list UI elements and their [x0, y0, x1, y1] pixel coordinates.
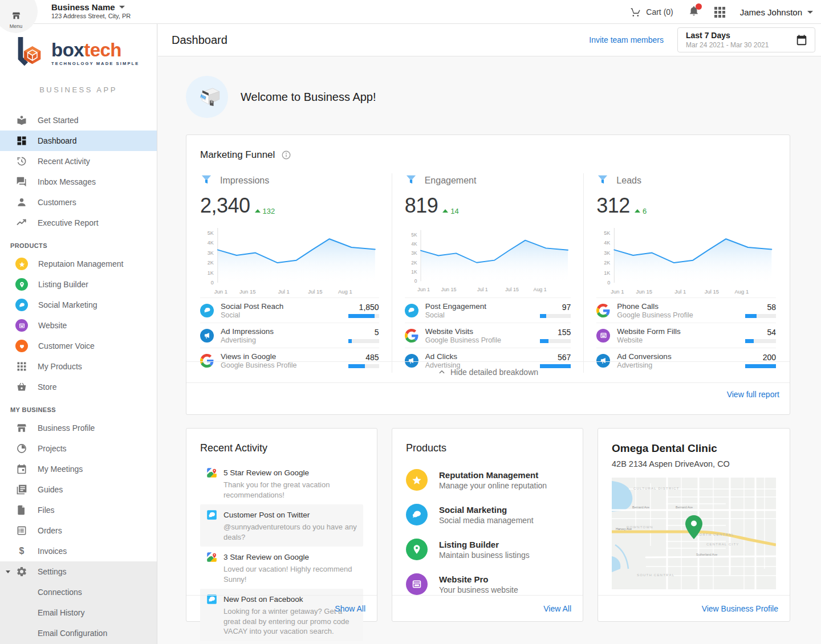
activity-title: 3 Star Review on Google [223, 553, 309, 561]
sidebar-item-website[interactable]: Website [0, 315, 157, 336]
products-card: Products Reputation Management Manage yo… [392, 428, 583, 622]
business-title: Omega Dental Clinic [612, 442, 776, 455]
sidebar-item-label: Store [38, 382, 56, 392]
arrow-up-icon [442, 209, 448, 213]
sidebar-subitem-email-history[interactable]: Email History [0, 602, 157, 623]
activity-item-5-star-review-on-google[interactable]: 5 Star Review on Google Thank you for th… [200, 462, 363, 504]
sidebar-item-store[interactable]: Store [0, 377, 157, 397]
metric-row-phone-calls[interactable]: Phone Calls Google Business Profile 58 [596, 297, 776, 323]
view-all-link[interactable]: View All [543, 604, 571, 613]
show-all-link[interactable]: Show All [335, 604, 365, 613]
info-icon[interactable] [281, 150, 291, 160]
svg-text:2K: 2K [411, 260, 417, 266]
metric-row-website-visits[interactable]: Website Visits Google Business Profile 1… [405, 323, 571, 348]
sidebar-item-reputaion-management[interactable]: Reputaion Management [0, 254, 157, 274]
storefront-icon [16, 422, 27, 434]
pie-icon [16, 443, 27, 454]
product-title: Listing Builder [439, 540, 530, 549]
business-map[interactable]: CULTURAL DISTRICT DOWNTOWN NORTH CENTRAL… [612, 478, 776, 589]
map-street-label: Bernard Ave [632, 506, 649, 509]
funnel-column-label: Engagement [425, 176, 477, 186]
metric-value: 58 [741, 303, 776, 312]
sidebar: boxtech TECHNOLOGY MADE SIMPLE BUSINESS … [0, 24, 157, 644]
business-selector[interactable]: Business Name 123 Address Street, City, … [51, 2, 131, 19]
chevron-up-icon [438, 368, 446, 376]
metric-bar [348, 339, 379, 343]
notifications-button[interactable] [688, 5, 700, 19]
sidebar-item-business-profile[interactable]: Business Profile [0, 418, 157, 438]
sidebar-item-customer-voice[interactable]: Customer Voice [0, 336, 157, 356]
product-subtitle: Maintain business listings [439, 551, 530, 560]
funnel-title: Marketing Funnel [200, 149, 275, 161]
svg-text:Jul 1: Jul 1 [278, 288, 290, 295]
sidebar-item-customers[interactable]: Customers [0, 192, 157, 213]
sidebar-item-label: Executive Report [38, 218, 99, 227]
sidebar-item-invoices[interactable]: $Invoices [0, 541, 157, 561]
svg-text:Jun 1: Jun 1 [611, 288, 624, 295]
hide-breakdown-toggle[interactable]: Hide detailed breakdown [186, 361, 790, 382]
metric-bar [745, 314, 776, 318]
sidebar-item-orders[interactable]: Orders [0, 520, 157, 541]
metric-value: 97 [535, 303, 571, 312]
sidebar-subitem-connections[interactable]: Connections [0, 582, 157, 602]
sidebar-item-my-meetings[interactable]: My Meetings [0, 459, 157, 479]
funnel-icon [200, 173, 213, 188]
metric-bar [540, 314, 571, 318]
metric-row-post-engagement[interactable]: Post Engagement Social 97 [405, 297, 571, 323]
user-menu[interactable]: James Johnston [740, 7, 813, 17]
activity-item-3-star-review-on-google[interactable]: 3 Star Review on Google Loved our vacati… [200, 547, 363, 589]
funnel-column-label: Impressions [220, 176, 269, 186]
sidebar-item-get-started[interactable]: Get Started [0, 110, 157, 131]
cart-button[interactable]: Cart (0) [630, 6, 673, 18]
calendar-icon [795, 34, 808, 46]
funnel-column-delta: 14 [442, 207, 458, 215]
metric-value: 54 [741, 328, 776, 337]
metric-row-website-form-fills[interactable]: Website Form Fills Website 54 [596, 323, 776, 348]
svg-text:Jun 15: Jun 15 [636, 288, 653, 295]
svg-text:5K: 5K [411, 232, 417, 238]
chevron-down-icon [6, 570, 10, 573]
invite-team-members-link[interactable]: Invite team members [589, 35, 664, 44]
map-label: SOUTH CENTRAL [637, 573, 674, 577]
sidebar-item-executive-report[interactable]: Executive Report [0, 213, 157, 233]
product-item-website-pro[interactable]: Website Pro Your business website [406, 573, 569, 595]
date-range-picker[interactable]: Last 7 Days Mar 24 2021 - Mar 30 2021 [677, 27, 815, 52]
metric-row-ad-impressions[interactable]: Ad Impressions Advertising 5 [200, 323, 379, 348]
funnel-trend-chart: 01K2K3K4K5K Jun 1Jun 15Jul 1Jul 15Aug 1 [405, 222, 571, 297]
pin-circle-icon [406, 539, 428, 560]
sidebar-item-label: Dashboard [38, 136, 77, 145]
metric-row-social-post-reach[interactable]: Social Post Reach Social 1,850 [200, 297, 379, 323]
sidebar-item-dashboard[interactable]: Dashboard [0, 131, 157, 151]
welcome-title: Welcome to Business App! [241, 91, 376, 104]
product-item-social-marketing[interactable]: Social Marketing Social media management [406, 504, 569, 525]
sidebar-subitem-email-configuration[interactable]: Email Configuration [0, 623, 157, 643]
sidebar-item-social-marketing[interactable]: Social Marketing [0, 295, 157, 315]
activity-item-customer-post-on-twitter[interactable]: Customer Post on Twitter @sunnyadventure… [200, 504, 363, 547]
sidebar-item-label: Inbox Messages [38, 177, 96, 186]
sidebar-section-heading: PRODUCTS [0, 233, 157, 254]
sidebar-item-projects[interactable]: Projects [0, 438, 157, 459]
activity-text: @sunnyadventuretours do you have any dea… [223, 522, 357, 542]
apps-grid-button[interactable] [714, 7, 725, 18]
svg-text:Aug 1: Aug 1 [735, 288, 749, 295]
product-item-reputation-management[interactable]: Reputation Management Manage your online… [406, 469, 569, 491]
sidebar-item-listing-builder[interactable]: Listing Builder [0, 274, 157, 295]
view-full-report-link[interactable]: View full report [727, 390, 779, 399]
product-title: Website Pro [439, 574, 518, 584]
sidebar-item-my-products[interactable]: My Products [0, 356, 157, 377]
basket-icon [16, 381, 27, 393]
dollar-icon: $ [16, 545, 27, 557]
product-item-listing-builder[interactable]: Listing Builder Maintain business listin… [406, 539, 569, 560]
sidebar-item-guides[interactable]: Guides [0, 479, 157, 500]
view-business-profile-link[interactable]: View Business Profile [702, 604, 778, 613]
sidebar-item-recent-activity[interactable]: Recent Activity [0, 151, 157, 172]
sidebar-item-label: Recent Activity [38, 157, 90, 166]
ad-circle-icon [200, 329, 214, 343]
sidebar-item-settings[interactable]: Settings [0, 561, 157, 582]
date-range-value: Mar 24 2021 - Mar 30 2021 [686, 41, 795, 49]
sidebar-menu: Get Started Dashboard Recent Activity In… [0, 110, 157, 644]
history-icon [16, 156, 27, 167]
sidebar-item-inbox-messages[interactable]: Inbox Messages [0, 172, 157, 192]
funnel-column-delta: 6 [635, 207, 647, 215]
sidebar-item-files[interactable]: Files [0, 500, 157, 520]
